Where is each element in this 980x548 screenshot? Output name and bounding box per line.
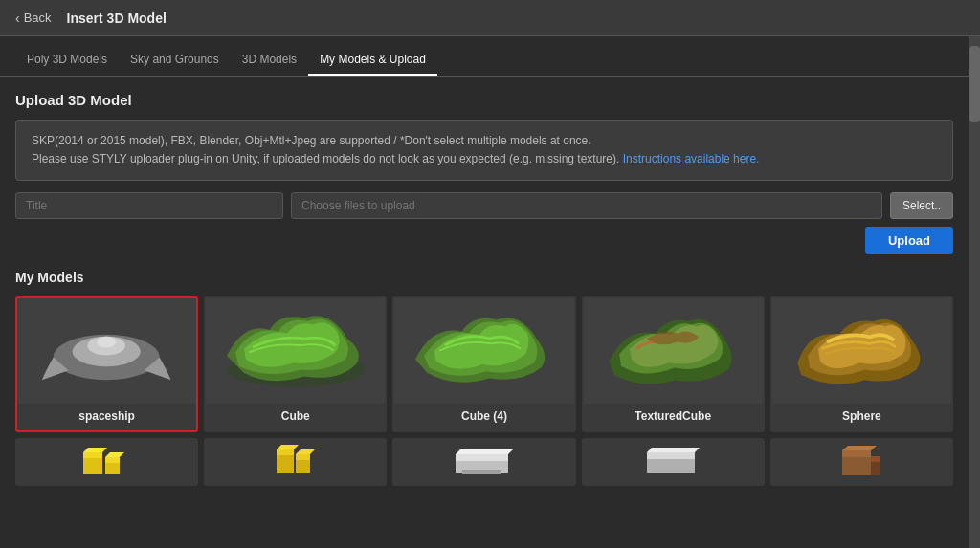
models-grid-row2 <box>15 438 953 486</box>
upload-section: Upload 3D Model SKP(2014 or 2015 model),… <box>0 77 969 270</box>
model-preview-sphere <box>772 298 951 404</box>
model-preview-texturedcube <box>584 298 763 404</box>
model-card-sphere[interactable]: Sphere <box>770 296 953 432</box>
model-card-cube4[interactable]: Cube (4) <box>392 296 575 432</box>
cube-terrain-icon <box>218 304 373 399</box>
svg-rect-9 <box>105 457 120 463</box>
tab-poly-3d-models[interactable]: Poly 3D Models <box>15 45 119 76</box>
upload-info-box: SKP(2014 or 2015 model), FBX, Blender, O… <box>15 120 953 181</box>
white-flat-icon <box>446 443 523 481</box>
upload-btn-row: Upload <box>15 227 953 254</box>
model-label-texturedcube: TexturedCube <box>635 404 711 423</box>
svg-marker-16 <box>296 449 315 454</box>
cube4-terrain-icon <box>407 304 562 399</box>
model-card-row2-5[interactable] <box>770 438 953 486</box>
instructions-link[interactable]: Instructions available here. <box>623 152 760 165</box>
svg-rect-8 <box>105 462 120 474</box>
tabs-bar: Poly 3D Models Sky and Grounds 3D Models… <box>0 36 969 77</box>
yellow-blocks-icon <box>74 443 141 481</box>
model-preview-cube4 <box>394 298 573 404</box>
sphere-icon <box>784 304 939 399</box>
scrollbar-thumb[interactable] <box>969 46 980 122</box>
tab-my-models-upload[interactable]: My Models & Upload <box>308 45 437 76</box>
tab-3d-models[interactable]: 3D Models <box>231 45 308 76</box>
spaceship-icon <box>31 304 182 399</box>
yellow-blocks2-icon <box>262 443 329 481</box>
select-button[interactable]: Select.. <box>890 192 953 219</box>
model-card-spaceship[interactable]: spaceship <box>15 296 198 432</box>
title-input[interactable] <box>15 192 283 219</box>
back-chevron-icon: ‹ <box>15 11 20 26</box>
model-preview-spaceship <box>17 298 196 404</box>
model-label-sphere: Sphere <box>842 404 881 423</box>
svg-rect-20 <box>462 470 501 474</box>
svg-rect-27 <box>871 462 880 475</box>
svg-rect-24 <box>842 456 871 475</box>
file-input[interactable] <box>291 192 882 219</box>
my-models-section: My Models spaceshi <box>0 270 969 501</box>
model-preview-cube <box>206 298 385 404</box>
svg-rect-15 <box>296 454 310 460</box>
white-flat2-icon <box>635 443 711 481</box>
model-card-row2-1[interactable] <box>15 438 198 486</box>
model-label-cube4: Cube (4) <box>461 404 507 423</box>
svg-marker-13 <box>277 445 299 449</box>
model-card-texturedcube[interactable]: TexturedCube <box>582 296 765 432</box>
scrollbar-track[interactable] <box>969 36 980 548</box>
svg-rect-6 <box>83 452 102 458</box>
model-card-row2-4[interactable] <box>582 438 765 486</box>
page-title: Insert 3D Model <box>67 11 167 26</box>
upload-info-line1: SKP(2014 or 2015 model), FBX, Blender, O… <box>32 132 937 150</box>
my-models-title: My Models <box>15 270 953 285</box>
main-container: Poly 3D Models Sky and Grounds 3D Models… <box>0 36 980 548</box>
upload-inputs-row: Select.. <box>15 192 953 219</box>
upload-info-line2: Please use STYLY uploader plug-in on Uni… <box>32 150 937 168</box>
svg-rect-11 <box>277 454 294 473</box>
svg-rect-22 <box>647 452 695 459</box>
svg-marker-10 <box>105 452 124 457</box>
brown-box-icon <box>828 443 895 481</box>
svg-marker-26 <box>842 446 877 450</box>
upload-title: Upload 3D Model <box>15 92 953 108</box>
model-card-cube[interactable]: Cube <box>204 296 387 432</box>
back-button[interactable]: ‹ Back <box>15 11 52 26</box>
svg-marker-19 <box>456 449 513 454</box>
upload-button[interactable]: Upload <box>865 227 953 254</box>
svg-marker-7 <box>83 448 107 452</box>
model-card-row2-3[interactable] <box>392 438 575 486</box>
svg-rect-18 <box>456 454 508 461</box>
model-label-cube: Cube <box>281 404 310 423</box>
tab-sky-and-grounds[interactable]: Sky and Grounds <box>119 45 231 76</box>
svg-point-3 <box>98 337 117 348</box>
svg-marker-23 <box>647 448 700 452</box>
back-label: Back <box>24 11 52 25</box>
models-grid-row1: spaceship <box>15 296 953 432</box>
svg-rect-14 <box>296 459 310 473</box>
content-area: Poly 3D Models Sky and Grounds 3D Models… <box>0 36 969 548</box>
texturedcube-icon <box>595 304 750 399</box>
svg-marker-28 <box>871 456 880 462</box>
model-label-spaceship: spaceship <box>78 404 135 423</box>
model-card-row2-2[interactable] <box>204 438 387 486</box>
svg-rect-5 <box>83 457 102 474</box>
header: ‹ Back Insert 3D Model <box>0 0 980 36</box>
svg-rect-25 <box>842 450 871 457</box>
svg-rect-12 <box>277 449 294 455</box>
svg-rect-21 <box>647 458 695 473</box>
